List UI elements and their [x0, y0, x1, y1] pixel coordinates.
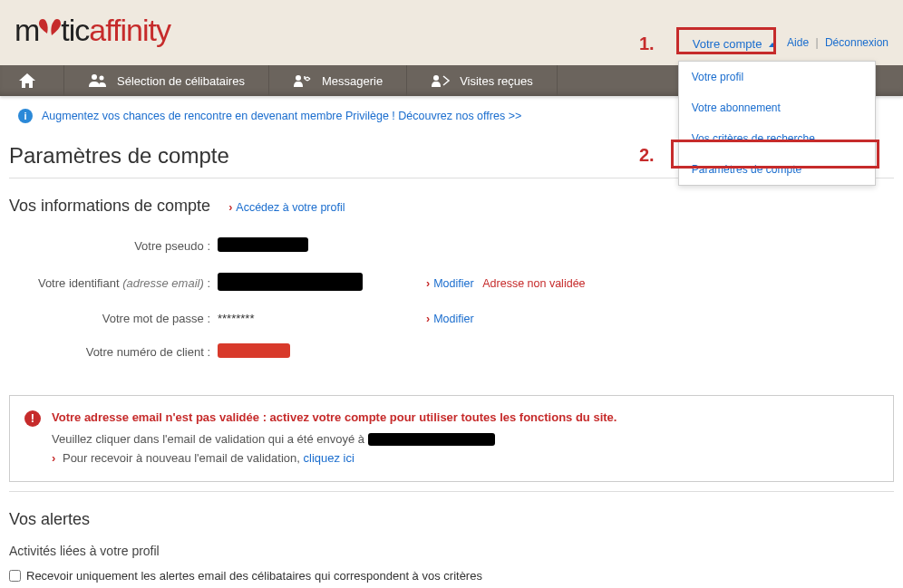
account-dropdown-label: Votre compte	[693, 37, 762, 51]
logo-part-1: m	[15, 13, 39, 47]
account-dropdown-toggle[interactable]: Votre compte	[684, 32, 785, 56]
modify-email-link[interactable]: Modifier	[426, 277, 474, 290]
home-icon	[18, 72, 36, 89]
row-email: Votre identifiant (adresse email) : Modi…	[9, 264, 894, 303]
profile-access-link[interactable]: Accédez à votre profil	[228, 201, 345, 214]
account-dropdown: Votre compte Votre profil Votre abonneme…	[684, 32, 785, 56]
client-number-value	[218, 343, 426, 361]
annotation-number-2: 2.	[639, 145, 655, 166]
row-pseudo: Votre pseudo :	[9, 228, 894, 264]
row-password: Votre mot de passe : ******** Modifier	[9, 303, 894, 334]
email-validation-alert: ! Votre adresse email n'est pas validée …	[9, 395, 894, 482]
pseudo-value	[218, 237, 426, 255]
utility-separator: |	[811, 36, 821, 49]
email-unvalidated-status: Adresse non validée	[482, 277, 585, 290]
alert-criteria-checkbox[interactable]	[9, 570, 21, 582]
alert-title: Votre adresse email n'est pas validée : …	[52, 410, 617, 424]
alerts-subheading: Activités liées à votre profil	[9, 544, 894, 558]
site-logo: mticaffinity	[15, 13, 170, 48]
nav-visits-label: Visites reçues	[460, 74, 533, 88]
account-dropdown-menu: Votre profil Votre abonnement Vos critèr…	[678, 61, 876, 186]
logo-part-2: tic	[61, 13, 89, 47]
annotation-number-1: 1.	[639, 34, 655, 54]
email-label: Votre identifiant (adresse email) :	[9, 276, 218, 290]
email-value	[218, 273, 426, 294]
password-label: Votre mot de passe :	[9, 312, 218, 325]
nav-home[interactable]	[0, 65, 64, 96]
redacted-alert-email	[368, 433, 495, 446]
email-label-colon: :	[204, 276, 210, 290]
svg-point-0	[92, 74, 97, 80]
password-actions: Modifier	[426, 312, 474, 325]
alert-icon: !	[24, 410, 41, 427]
alert-line-1: Veuillez cliquer dans l'email de validat…	[52, 432, 879, 446]
alerts-title: Vos alertes	[9, 510, 894, 529]
svg-point-1	[100, 76, 104, 81]
svg-point-3	[433, 75, 439, 81]
redacted-client-number	[218, 343, 290, 358]
redacted-email	[218, 273, 363, 291]
email-label-main: Votre identifiant	[38, 276, 122, 290]
caret-up-icon	[769, 43, 776, 47]
alert-line-2: Pour recevoir à nouveau l'email de valid…	[52, 451, 879, 465]
email-actions: Modifier Adresse non validée	[426, 276, 586, 290]
nav-messaging-label: Messagerie	[322, 74, 383, 88]
alert-header: ! Votre adresse email n'est pas validée …	[24, 410, 879, 427]
password-value: ********	[218, 312, 426, 325]
messaging-icon	[293, 73, 313, 88]
alerts-section: Vos alertes Activités liées à votre prof…	[0, 492, 903, 588]
nav-selection[interactable]: Sélection de célibataires	[64, 65, 269, 96]
logout-link[interactable]: Déconnexion	[825, 36, 888, 49]
resend-validation-link[interactable]: cliquez ici	[304, 451, 354, 465]
nav-messaging[interactable]: Messagerie	[269, 65, 407, 96]
menu-item-search-criteria[interactable]: Vos critères de recherche	[679, 123, 875, 154]
alert-line-2-prefix: Pour recevoir à nouveau l'email de valid…	[63, 451, 304, 465]
site-header: mticaffinity Votre compte Votre profil V…	[0, 0, 903, 65]
pseudo-label: Votre pseudo :	[9, 239, 218, 253]
menu-item-profile[interactable]: Votre profil	[679, 62, 875, 92]
nav-visits[interactable]: Visites reçues	[407, 65, 558, 96]
svg-point-2	[296, 75, 301, 81]
help-link[interactable]: Aide	[787, 36, 809, 49]
promo-link[interactable]: Augmentez vos chances de rencontre en de…	[42, 110, 521, 122]
account-info-title: Vos informations de compte	[9, 197, 210, 216]
top-utility-links: Aide | Déconnexion	[787, 36, 888, 49]
alert-line-1-text: Veuillez cliquer dans l'email de validat…	[52, 432, 364, 446]
menu-item-subscription[interactable]: Votre abonnement	[679, 92, 875, 123]
menu-item-account-settings[interactable]: Paramètres de compte	[679, 154, 875, 185]
modify-password-link[interactable]: Modifier	[426, 313, 474, 325]
people-icon	[88, 73, 108, 88]
alert-body: Veuillez cliquer dans l'email de validat…	[52, 432, 879, 465]
page-title: Paramètres de compte	[9, 143, 229, 169]
alert-checkbox-label: Recevoir uniquement les alertes email de…	[26, 569, 482, 583]
nav-selection-label: Sélection de célibataires	[117, 74, 245, 88]
email-label-note: (adresse email)	[122, 276, 204, 290]
redacted-pseudo	[218, 237, 308, 252]
visits-icon	[431, 73, 451, 88]
info-icon: i	[18, 109, 33, 123]
client-number-label: Votre numéro de client :	[9, 345, 218, 359]
heart-icon	[39, 15, 61, 39]
alert-checkbox-row[interactable]: Recevoir uniquement les alertes email de…	[9, 569, 894, 583]
row-client-number: Votre numéro de client :	[9, 334, 894, 370]
logo-part-3: affinity	[89, 13, 170, 47]
account-info-grid: Votre pseudo : Votre identifiant (adress…	[0, 223, 903, 386]
